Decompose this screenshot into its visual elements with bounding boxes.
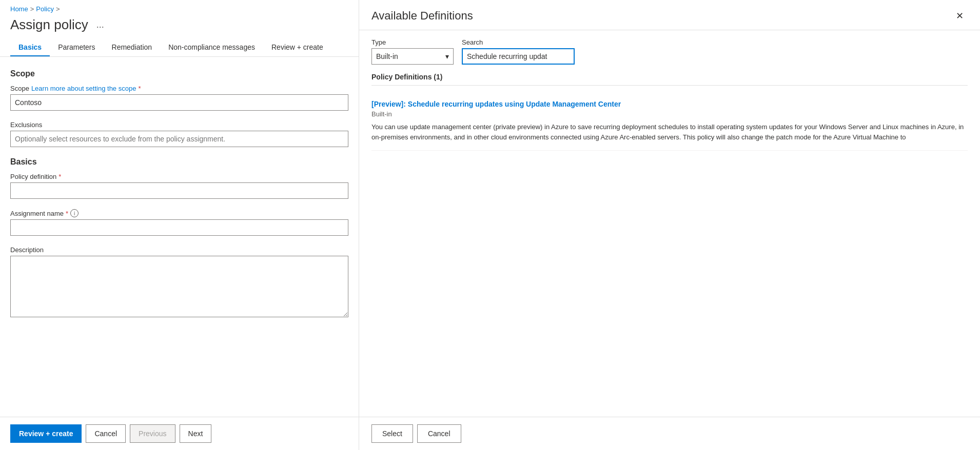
- scope-section-title: Scope: [10, 69, 348, 78]
- exclusions-label: Exclusions: [10, 121, 348, 129]
- previous-button[interactable]: Previous: [130, 424, 175, 443]
- tab-basics[interactable]: Basics: [10, 39, 50, 56]
- flyout-bottom-bar: Select Cancel: [359, 417, 980, 450]
- review-create-button[interactable]: Review + create: [10, 424, 82, 443]
- breadcrumb-sep1: >: [30, 5, 34, 13]
- cancel-button[interactable]: Cancel: [86, 424, 126, 443]
- breadcrumb-sep2: >: [56, 5, 60, 13]
- assignment-name-info-icon[interactable]: i: [70, 209, 79, 217]
- scope-label: Scope Learn more about setting the scope…: [10, 85, 348, 92]
- assignment-name-required: *: [66, 210, 68, 217]
- scope-required: *: [138, 85, 141, 92]
- type-filter-group: Type Built-in ▾: [371, 38, 454, 65]
- tab-noncompliance[interactable]: Non-compliance messages: [160, 39, 263, 56]
- tab-remediation[interactable]: Remediation: [104, 39, 161, 56]
- assignment-name-input[interactable]: [10, 219, 348, 236]
- bottom-bar: Review + create Cancel Previous Next: [0, 417, 359, 450]
- assignment-name-label: Assignment name * i: [10, 209, 348, 217]
- flyout-close-button[interactable]: ✕: [952, 8, 968, 24]
- tabs-bar: Basics Parameters Remediation Non-compli…: [0, 39, 359, 57]
- breadcrumb-home[interactable]: Home: [10, 5, 28, 13]
- policy-def-required: *: [58, 173, 61, 180]
- description-label: Description: [10, 246, 348, 254]
- exclusions-input[interactable]: [10, 131, 348, 147]
- policy-definition-field-group: Policy definition *: [10, 173, 348, 199]
- scope-input[interactable]: [10, 94, 348, 111]
- description-field-group: Description: [10, 246, 348, 319]
- scope-label-text: Scope: [10, 85, 29, 92]
- flyout-cancel-button[interactable]: Cancel: [417, 424, 461, 443]
- flyout-header: Available Definitions ✕: [359, 0, 980, 30]
- policy-card-type: Built-in: [371, 110, 968, 118]
- page-title-row: Assign policy ...: [0, 15, 359, 39]
- basics-section-title: Basics: [10, 157, 348, 167]
- policy-def-label-text: Policy definition: [10, 173, 56, 180]
- policy-definition-label: Policy definition *: [10, 173, 348, 180]
- search-input[interactable]: [462, 48, 575, 65]
- assignment-name-label-text: Assignment name: [10, 210, 64, 217]
- search-filter-label: Search: [462, 38, 575, 46]
- next-button[interactable]: Next: [180, 424, 212, 443]
- tab-parameters[interactable]: Parameters: [50, 39, 103, 56]
- assignment-name-field-group: Assignment name * i: [10, 209, 348, 236]
- description-textarea[interactable]: [10, 256, 348, 317]
- policy-definition-input[interactable]: [10, 182, 348, 199]
- scope-field-group: Scope Learn more about setting the scope…: [10, 85, 348, 111]
- select-button[interactable]: Select: [371, 424, 413, 443]
- breadcrumb-policy[interactable]: Policy: [36, 5, 54, 13]
- ellipsis-button[interactable]: ...: [93, 18, 107, 31]
- flyout-title: Available Definitions: [371, 9, 473, 23]
- page-title: Assign policy: [10, 17, 88, 33]
- left-panel: Home > Policy > Assign policy ... Basics…: [0, 0, 359, 450]
- filters-row: Type Built-in ▾ Search: [359, 30, 980, 73]
- available-definitions-flyout: Available Definitions ✕ Type Built-in ▾ …: [359, 0, 980, 450]
- policy-card-description: You can use update management center (pr…: [371, 122, 968, 142]
- tab-review-create[interactable]: Review + create: [263, 39, 331, 56]
- dropdown-chevron-icon: ▾: [445, 52, 449, 60]
- type-value: Built-in: [376, 52, 398, 60]
- type-filter-label: Type: [371, 38, 454, 46]
- scope-learn-more-link[interactable]: Learn more about setting the scope: [31, 85, 136, 92]
- search-filter-group: Search: [462, 38, 575, 65]
- results-header: Policy Definitions (1): [371, 73, 968, 86]
- breadcrumb: Home > Policy >: [0, 0, 359, 15]
- exclusions-field-group: Exclusions: [10, 121, 348, 147]
- form-content: Scope Scope Learn more about setting the…: [0, 57, 359, 417]
- type-dropdown[interactable]: Built-in ▾: [371, 48, 454, 65]
- policy-card[interactable]: [Preview]: Schedule recurring updates us…: [371, 92, 968, 151]
- results-section: Policy Definitions (1) [Preview]: Schedu…: [359, 73, 980, 417]
- policy-card-title: [Preview]: Schedule recurring updates us…: [371, 100, 968, 108]
